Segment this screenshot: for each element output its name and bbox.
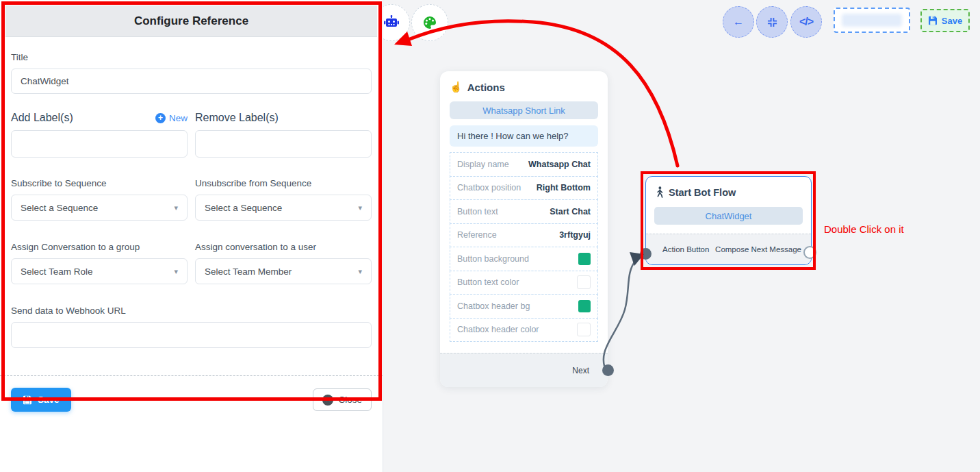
- connection-edge: [604, 260, 636, 373]
- webhook-field-group: Send data to Webhook URL: [11, 306, 372, 348]
- row-value: Right Bottom: [537, 183, 591, 192]
- row-label: Chatbox position: [457, 183, 521, 192]
- floppy-save-icon: [23, 395, 32, 405]
- row-label: Button text color: [457, 277, 519, 287]
- color-swatch: [578, 253, 591, 265]
- compress-icon: [767, 17, 777, 27]
- page-title: Configure Reference: [134, 14, 248, 28]
- fit-view-button[interactable]: [756, 6, 788, 38]
- assign-user-select[interactable]: Select Team Member ▾: [195, 258, 372, 284]
- assign-group-label: Assign Conversation to a group: [11, 242, 188, 252]
- row-label: Chatbox header bg: [457, 301, 530, 311]
- start-bot-flow-node[interactable]: Start Bot Flow ChatWidget Action Button …: [645, 176, 812, 265]
- assign-user-label: Assign conversation to a user: [195, 242, 372, 252]
- plus-circle-icon: +: [155, 113, 166, 123]
- unsubscribe-sequence-select[interactable]: Select a Sequence ▾: [195, 195, 372, 221]
- arrow-left-icon: ←: [733, 16, 744, 28]
- close-icon: ✕: [322, 395, 333, 406]
- row-label: Reference: [457, 230, 497, 240]
- actions-card-title: Actions: [467, 82, 505, 93]
- add-labels-label: Add Label(s): [11, 112, 73, 124]
- actions-row: Button text color: [450, 271, 598, 295]
- actions-node-card[interactable]: ☝ Actions Whatsapp Short Link Hi there !…: [440, 71, 608, 387]
- row-label: Button text: [457, 207, 498, 216]
- chevron-down-icon: ▾: [358, 267, 362, 276]
- actions-row: Button background: [450, 247, 598, 271]
- webhook-url-label: Send data to Webhook URL: [11, 306, 372, 316]
- compose-next-message-port-label: Compose Next Message: [715, 245, 801, 253]
- flow-title-input[interactable]: [834, 8, 910, 33]
- chevron-down-icon: ▾: [174, 267, 178, 276]
- close-button[interactable]: ✕ Close: [313, 388, 372, 411]
- new-label-link[interactable]: + New: [155, 113, 188, 123]
- configure-reference-panel: Configure Reference Title Add Label(s) +…: [0, 0, 383, 472]
- subscribe-sequence-label: Subscribe to Sequence: [11, 178, 188, 188]
- toolbar-save-button[interactable]: Save: [920, 9, 970, 32]
- action-button-input-port[interactable]: [640, 248, 652, 260]
- next-output-port[interactable]: [602, 364, 614, 376]
- row-label: Chatbox header color: [457, 325, 539, 334]
- add-labels-input[interactable]: [11, 130, 188, 158]
- code-icon: </>: [799, 16, 813, 28]
- next-label: Next: [572, 366, 589, 375]
- row-value: Whatsapp Chat: [528, 160, 591, 169]
- action-button-port-label: Action Button: [662, 245, 709, 253]
- actions-row: Button textStart Chat: [450, 199, 598, 224]
- palette-icon: [422, 15, 437, 30]
- robot-icon: [383, 15, 400, 30]
- chevron-down-icon: ▾: [174, 203, 178, 212]
- actions-row: Display nameWhatsapp Chat: [450, 152, 598, 177]
- subscribe-sequence-select[interactable]: Select a Sequence ▾: [11, 195, 188, 221]
- row-value: 3rftgyuj: [559, 230, 591, 240]
- chevron-down-icon: ▾: [358, 203, 362, 212]
- actions-rows: Display nameWhatsapp ChatChatbox positio…: [450, 152, 598, 342]
- unsubscribe-sequence-label: Unsubscribe from Sequence: [195, 178, 372, 188]
- row-value: Start Chat: [550, 207, 591, 216]
- assign-group-select[interactable]: Select Team Role ▾: [11, 258, 188, 284]
- whatsapp-short-link-button[interactable]: Whatsapp Short Link: [450, 101, 598, 119]
- floppy-save-icon: [928, 16, 938, 25]
- walking-person-icon: [656, 186, 664, 198]
- back-button[interactable]: ←: [723, 6, 754, 38]
- actions-row: Chatbox header bg: [450, 294, 598, 319]
- embed-code-button[interactable]: </>: [790, 6, 822, 38]
- remove-labels-label: Remove Label(s): [195, 112, 279, 124]
- actions-row: Chatbox header color: [450, 318, 598, 343]
- color-swatch: [577, 275, 591, 289]
- compose-next-message-output-port[interactable]: [803, 246, 816, 259]
- save-button[interactable]: Save: [11, 388, 71, 412]
- greeting-message: Hi there ! How can we help?: [450, 125, 598, 147]
- webhook-url-input[interactable]: [11, 322, 372, 348]
- chatwidget-reference-button[interactable]: ChatWidget: [654, 207, 803, 225]
- theme-palette-button[interactable]: [411, 4, 448, 41]
- color-swatch: [578, 300, 591, 312]
- node-title: Start Bot Flow: [669, 187, 736, 198]
- row-label: Button background: [457, 254, 529, 264]
- actions-row: Chatbox positionRight Bottom: [450, 176, 598, 201]
- blurred-text: [842, 14, 902, 27]
- hand-pointer-icon: ☝: [450, 81, 463, 93]
- color-swatch: [577, 323, 591, 336]
- row-label: Display name: [457, 160, 509, 169]
- actions-row: Reference3rftgyuj: [450, 223, 598, 248]
- title-label: Title: [11, 52, 372, 62]
- title-input[interactable]: [11, 69, 372, 94]
- remove-labels-input[interactable]: [195, 130, 372, 158]
- actions-card-footer: Next: [440, 353, 608, 387]
- panel-header: Configure Reference: [5, 5, 377, 37]
- title-field-group: Title: [11, 52, 372, 94]
- annotation-text: Double Click on it: [824, 223, 904, 235]
